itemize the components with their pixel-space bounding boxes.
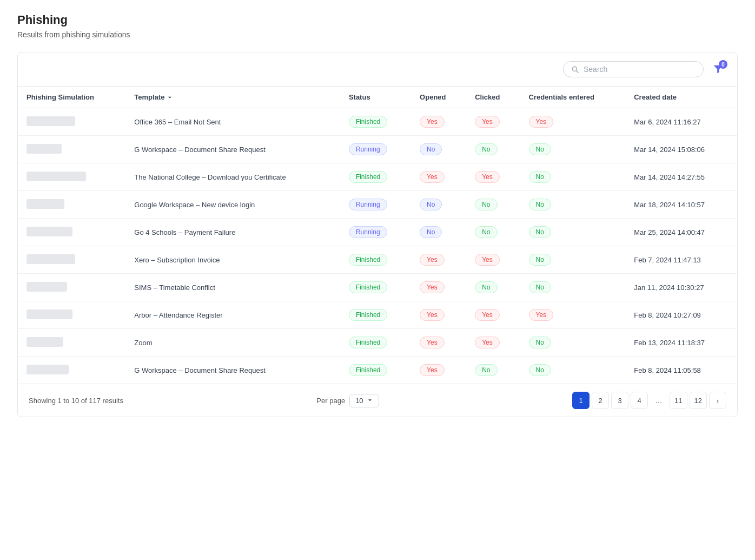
- clicked-cell: No: [466, 274, 520, 301]
- opened-cell: No: [411, 219, 466, 246]
- opened-cell: Yes: [411, 301, 466, 329]
- template-cell: G Workspace – Document Share Request: [125, 136, 340, 163]
- page-button[interactable]: …: [650, 392, 667, 409]
- opened-cell: No: [411, 191, 466, 219]
- credentials-cell: No: [520, 329, 626, 357]
- credentials-badge: Yes: [529, 116, 554, 128]
- credentials-badge: No: [529, 337, 551, 348]
- created-cell: Jan 11, 2024 10:30:27: [625, 274, 737, 301]
- opened-badge: No: [420, 226, 442, 238]
- simulation-cell: [18, 329, 125, 357]
- sort-icon: [167, 94, 173, 101]
- created-cell: Mar 14, 2024 15:08:06: [625, 136, 737, 163]
- opened-badge: No: [420, 143, 442, 155]
- phishing-table-container: 0 Phishing Simulation Template Status Op…: [17, 52, 738, 417]
- credentials-badge: No: [529, 143, 551, 155]
- col-template[interactable]: Template: [125, 87, 340, 108]
- credentials-cell: No: [520, 246, 626, 274]
- opened-cell: Yes: [411, 163, 466, 191]
- credentials-cell: No: [520, 163, 626, 191]
- opened-badge: No: [420, 199, 442, 210]
- clicked-cell: Yes: [466, 163, 520, 191]
- status-badge: Running: [349, 199, 387, 210]
- clicked-cell: Yes: [466, 246, 520, 274]
- simulation-cell: [18, 136, 125, 163]
- status-badge: Finished: [349, 171, 387, 183]
- col-opened: Opened: [411, 87, 466, 108]
- page-button[interactable]: 12: [690, 392, 707, 409]
- search-input[interactable]: [584, 65, 696, 74]
- opened-cell: Yes: [411, 274, 466, 301]
- page-title: Phishing: [17, 13, 738, 27]
- table-row[interactable]: Google Workspace – New device loginRunni…: [18, 191, 737, 219]
- opened-cell: Yes: [411, 357, 466, 384]
- table-row[interactable]: G Workspace – Document Share RequestRunn…: [18, 136, 737, 163]
- filter-button[interactable]: 0: [710, 61, 726, 77]
- page-button[interactable]: 3: [611, 392, 628, 409]
- simulation-cell: [18, 191, 125, 219]
- credentials-badge: No: [529, 171, 551, 183]
- status-badge: Finished: [349, 364, 387, 376]
- status-cell: Finished: [340, 108, 411, 136]
- credentials-badge: No: [529, 254, 551, 266]
- table-row[interactable]: Office 365 – Email Not SentFinishedYesYe…: [18, 108, 737, 136]
- search-icon: [571, 65, 579, 74]
- credentials-cell: Yes: [520, 108, 626, 136]
- filter-badge: 0: [719, 60, 727, 69]
- status-badge: Finished: [349, 281, 387, 293]
- next-page-button[interactable]: ›: [709, 392, 726, 409]
- template-cell: Xero – Subscription Invoice: [125, 246, 340, 274]
- opened-badge: Yes: [420, 281, 445, 293]
- page-button[interactable]: 1: [572, 392, 590, 409]
- per-page-select[interactable]: 10: [349, 394, 379, 407]
- per-page-control: Per page 10: [316, 394, 379, 407]
- created-cell: Mar 6, 2024 11:16:27: [625, 108, 737, 136]
- template-cell: Zoom: [125, 329, 340, 357]
- simulation-cell: [18, 357, 125, 384]
- credentials-cell: No: [520, 136, 626, 163]
- per-page-label: Per page: [316, 397, 345, 405]
- clicked-badge: No: [475, 226, 497, 238]
- status-cell: Finished: [340, 357, 411, 384]
- simulation-cell: [18, 108, 125, 136]
- clicked-badge: Yes: [475, 171, 500, 183]
- status-cell: Finished: [340, 246, 411, 274]
- clicked-cell: No: [466, 219, 520, 246]
- table-row[interactable]: Arbor – Attendance RegisterFinishedYesYe…: [18, 301, 737, 329]
- per-page-value: 10: [355, 397, 363, 405]
- credentials-badge: No: [529, 281, 551, 293]
- status-badge: Running: [349, 143, 387, 155]
- clicked-badge: No: [475, 281, 497, 293]
- table-row[interactable]: SIMS – Timetable ConflictFinishedYesNoNo…: [18, 274, 737, 301]
- page-button[interactable]: 11: [670, 392, 687, 409]
- opened-cell: Yes: [411, 108, 466, 136]
- page-button[interactable]: 2: [592, 392, 609, 409]
- col-simulation: Phishing Simulation: [18, 87, 125, 108]
- template-cell: G Workspace – Document Share Request: [125, 357, 340, 384]
- opened-badge: Yes: [420, 337, 445, 348]
- credentials-badge: No: [529, 364, 551, 376]
- table-row[interactable]: ZoomFinishedYesYesNoFeb 13, 2024 11:18:3…: [18, 329, 737, 357]
- opened-badge: Yes: [420, 364, 445, 376]
- table-header-row: Phishing Simulation Template Status Open…: [18, 87, 737, 108]
- template-cell: Go 4 Schools – Payment Failure: [125, 219, 340, 246]
- clicked-badge: No: [475, 143, 497, 155]
- status-cell: Finished: [340, 329, 411, 357]
- table-row[interactable]: The National College – Download you Cert…: [18, 163, 737, 191]
- table-row[interactable]: Xero – Subscription InvoiceFinishedYesYe…: [18, 246, 737, 274]
- clicked-badge: Yes: [475, 337, 500, 348]
- table-row[interactable]: G Workspace – Document Share RequestFini…: [18, 357, 737, 384]
- status-cell: Running: [340, 219, 411, 246]
- created-cell: Mar 14, 2024 14:27:55: [625, 163, 737, 191]
- page-button[interactable]: 4: [631, 392, 648, 409]
- created-cell: Feb 7, 2024 11:47:13: [625, 246, 737, 274]
- credentials-badge: No: [529, 226, 551, 238]
- status-cell: Finished: [340, 274, 411, 301]
- simulation-cell: [18, 163, 125, 191]
- created-cell: Mar 25, 2024 14:00:47: [625, 219, 737, 246]
- col-clicked: Clicked: [466, 87, 520, 108]
- table-footer: Showing 1 to 10 of 117 results Per page …: [18, 384, 737, 417]
- status-cell: Finished: [340, 301, 411, 329]
- table-row[interactable]: Go 4 Schools – Payment FailureRunningNoN…: [18, 219, 737, 246]
- pagination: 1234…1112›: [572, 392, 726, 409]
